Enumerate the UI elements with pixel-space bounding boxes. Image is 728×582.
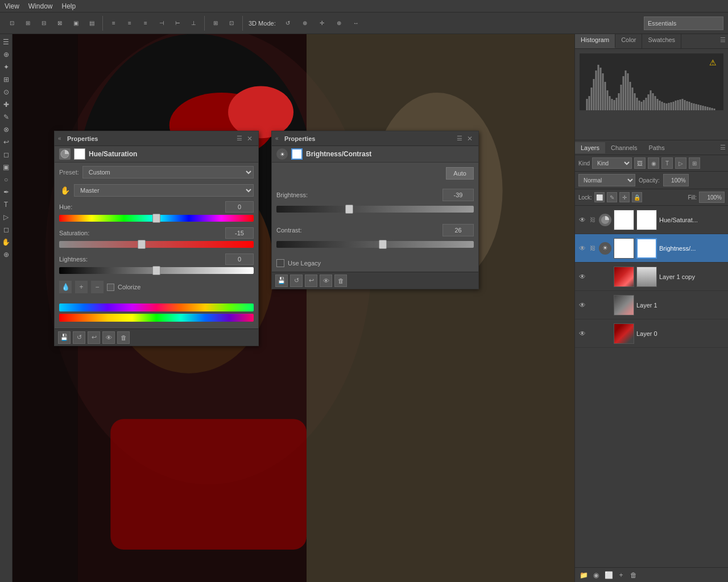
workspace-select[interactable]: Essentials — [644, 16, 723, 30]
tool-hand[interactable]: ✋ — [1, 236, 12, 248]
contrast-slider-thumb[interactable] — [379, 240, 387, 249]
light-value-input[interactable] — [225, 253, 254, 265]
3d-rotate-btn[interactable]: ↺ — [280, 16, 295, 31]
3d-orbit-btn[interactable]: ⊕ — [332, 16, 346, 31]
brightness-eye-btn[interactable]: 👁 — [320, 275, 332, 287]
tab-color[interactable]: Color — [615, 34, 642, 48]
hue-value-input[interactable] — [225, 201, 254, 213]
filter-adjust-btn[interactable]: ◉ — [648, 157, 659, 169]
brightness-delete-btn[interactable]: 🗑 — [334, 275, 347, 287]
toolbar-dist-1[interactable]: ⊞ — [208, 16, 223, 31]
tab-channels[interactable]: Channels — [605, 142, 643, 153]
tool-history[interactable]: ↩ — [1, 136, 12, 148]
layer-item-brightness[interactable]: 👁 ⛓ ☀ Brightness/... — [575, 234, 728, 263]
toolbar-dist-2[interactable]: ⊡ — [224, 16, 239, 31]
hue-sat-eye-btn[interactable]: 👁 — [102, 331, 115, 344]
hue-sat-menu-icon[interactable]: ☰ — [237, 135, 245, 143]
eyedropper-sub-btn[interactable]: − — [91, 281, 104, 293]
layers-panel-menu-icon[interactable]: ☰ — [718, 142, 728, 153]
3d-slide-btn[interactable]: ↔ — [349, 16, 363, 31]
brightness-range-input[interactable] — [276, 206, 474, 213]
fill-input[interactable] — [699, 192, 725, 203]
new-layer-btn[interactable]: + — [616, 570, 626, 580]
tool-brush[interactable]: ✎ — [1, 111, 12, 123]
3d-pan-btn[interactable]: ✛ — [315, 16, 329, 31]
eyedropper-add-btn[interactable]: + — [75, 281, 88, 293]
new-mask-btn[interactable]: ⬜ — [603, 570, 614, 580]
tool-lasso[interactable]: ✦ — [1, 61, 12, 73]
layer-item-layer0[interactable]: 👁 Layer 0 — [575, 319, 728, 348]
new-fill-btn[interactable]: ◉ — [591, 570, 601, 580]
filter-smart-btn[interactable]: ⊞ — [689, 157, 700, 169]
tool-clone[interactable]: ⊗ — [1, 124, 12, 135]
hue-sat-save-btn[interactable]: 💾 — [58, 331, 71, 344]
tool-eraser[interactable]: ◻ — [1, 149, 12, 160]
layer-item-layer1[interactable]: 👁 Layer 1 — [575, 291, 728, 319]
brightness-reset-btn[interactable]: ↺ — [290, 275, 303, 287]
tab-swatches[interactable]: Swatches — [642, 34, 681, 48]
layer-eye-layer1[interactable]: 👁 — [577, 300, 588, 310]
toolbar-align-2[interactable]: ≡ — [122, 16, 137, 31]
kind-select[interactable]: Kind — [592, 157, 632, 169]
tool-heal[interactable]: ✚ — [1, 99, 12, 110]
blend-mode-select[interactable]: Normal Multiply Screen Overlay — [578, 174, 635, 186]
tool-move[interactable]: ☰ — [1, 36, 12, 48]
filter-type-btn[interactable]: T — [661, 157, 673, 169]
hue-sat-reset2-btn[interactable]: ↩ — [88, 331, 100, 344]
auto-btn[interactable]: Auto — [446, 167, 474, 180]
brightness-collapse-icon[interactable]: « — [275, 135, 282, 142]
hue-sat-delete-btn[interactable]: 🗑 — [117, 331, 130, 344]
layer-eye-layer1copy[interactable]: 👁 — [577, 272, 588, 282]
hue-sat-reset-btn[interactable]: ↺ — [73, 331, 85, 344]
toolbar-align-3[interactable]: ≡ — [138, 16, 153, 31]
use-legacy-checkbox[interactable] — [276, 259, 284, 267]
lock-position-btn[interactable]: ✛ — [619, 192, 630, 202]
tool-path[interactable]: ▷ — [1, 211, 12, 223]
layer-eye-brightness[interactable]: 👁 — [577, 243, 588, 253]
toolbar-btn-6[interactable]: ▤ — [84, 16, 99, 31]
brightness-save-btn[interactable]: 💾 — [275, 275, 288, 287]
tab-histogram[interactable]: Histogram — [575, 34, 615, 48]
lock-transparent-btn[interactable]: ⬜ — [594, 192, 605, 202]
layer-eye-hue-sat[interactable]: 👁 — [577, 215, 588, 225]
menu-help[interactable]: Help — [61, 2, 76, 10]
colorize-checkbox[interactable] — [107, 284, 114, 291]
sat-value-input[interactable] — [225, 227, 254, 239]
tab-layers[interactable]: Layers — [575, 142, 605, 153]
hue-sat-close-icon[interactable]: ✕ — [247, 135, 255, 143]
eyedropper-btn[interactable]: 💧 — [59, 281, 72, 293]
tool-eyedropper[interactable]: ⊙ — [1, 86, 12, 98]
sat-slider-thumb[interactable] — [138, 240, 146, 249]
opacity-input[interactable] — [663, 174, 689, 186]
3d-zoom-btn[interactable]: ⊕ — [297, 16, 312, 31]
tool-shape[interactable]: ◻ — [1, 224, 12, 235]
brightness-menu-icon[interactable]: ☰ — [457, 135, 465, 143]
brightness-reset2-btn[interactable]: ↩ — [305, 275, 317, 287]
toolbar-btn-3[interactable]: ⊟ — [36, 16, 51, 31]
toolbar-btn-2[interactable]: ⊞ — [20, 16, 35, 31]
delete-layer-btn[interactable]: 🗑 — [628, 570, 639, 580]
layer-item-layer1copy[interactable]: 👁 Layer 1 copy — [575, 263, 728, 291]
tool-type[interactable]: T — [1, 199, 12, 210]
toolbar-btn-4[interactable]: ⊠ — [52, 16, 67, 31]
tool-select[interactable]: ⊕ — [1, 49, 12, 60]
hue-sat-channel-select[interactable]: Master — [74, 184, 254, 197]
tab-paths[interactable]: Paths — [643, 142, 671, 153]
new-group-btn[interactable]: 📁 — [578, 570, 589, 580]
toolbar-align-5[interactable]: ⊢ — [170, 16, 185, 31]
toolbar-align-4[interactable]: ⊣ — [154, 16, 169, 31]
brightness-value-input[interactable] — [442, 189, 474, 201]
toolbar-align-6[interactable]: ⊥ — [186, 16, 201, 31]
tool-gradient[interactable]: ▣ — [1, 161, 12, 173]
contrast-range-input[interactable] — [276, 241, 474, 248]
filter-pixel-btn[interactable]: 🖼 — [634, 157, 646, 169]
layer-item-hue-sat[interactable]: 👁 ⛓ Hue/Saturat... — [575, 206, 728, 234]
layer-eye-layer0[interactable]: 👁 — [577, 329, 588, 339]
menu-window[interactable]: Window — [28, 2, 53, 10]
toolbar-btn-1[interactable]: ⊡ — [5, 16, 19, 31]
contrast-value-input[interactable] — [442, 224, 474, 236]
lock-image-btn[interactable]: ✎ — [607, 192, 617, 202]
top-panel-menu-icon[interactable]: ☰ — [718, 34, 728, 48]
tool-zoom[interactable]: ⊕ — [1, 249, 12, 260]
sat-range-input[interactable] — [59, 241, 254, 248]
